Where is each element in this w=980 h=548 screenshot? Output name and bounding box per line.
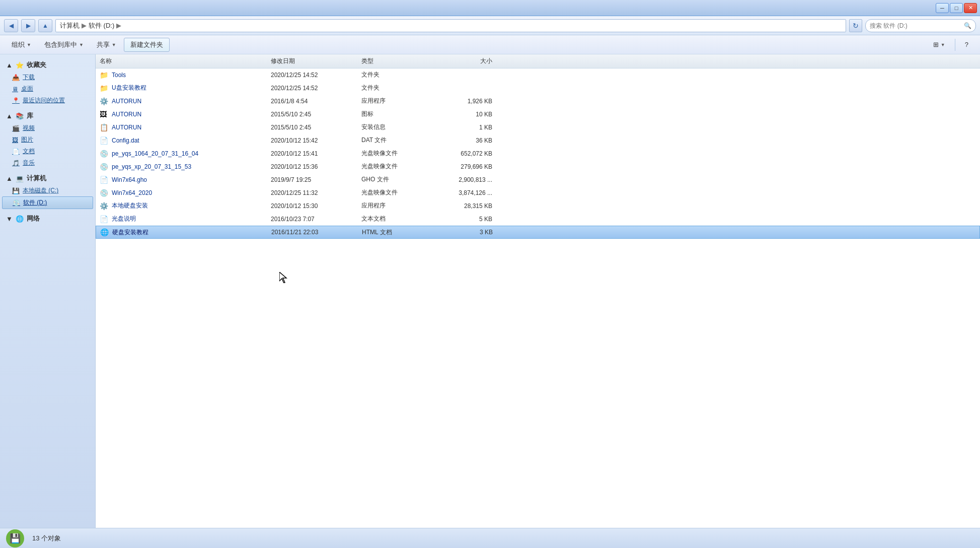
view-button[interactable]: ⊞ ▼ [928,38,951,52]
network-icon: 🌐 [16,215,24,223]
help-button[interactable]: ? [959,38,974,52]
sidebar-section-computer: ▲ 💻 计算机 💾 本地磁盘 (C:) 💿 软件 (D:) [2,172,93,209]
file-icon: 💿 [100,163,110,171]
path-item-drive[interactable]: 软件 (D:) [89,21,114,30]
table-row[interactable]: 📁Tools2020/12/25 14:52文件夹 [96,68,980,82]
favorites-icon: ⭐ [16,61,24,69]
search-box[interactable]: 🔍 [865,19,976,32]
file-name: 硬盘安装教程 [112,228,271,237]
search-icon: 🔍 [964,22,971,29]
file-icon: 📋 [100,123,110,131]
sidebar-header-favorites[interactable]: ▲ ⭐ 收藏夹 [2,58,93,72]
sidebar-item-local-c[interactable]: 💾 本地磁盘 (C:) [2,185,93,196]
table-row[interactable]: 📋AUTORUN2015/5/10 2:45安装信息1 KB [96,121,980,134]
table-row[interactable]: 💿pe_yqs_xp_20_07_31_15_532020/10/12 15:3… [96,160,980,173]
sidebar-section-library: ▲ 📚 库 🎬 视频 🖼 图片 📄 文档 🎵 音乐 [2,109,93,169]
file-icon: 💿 [100,150,110,158]
view-arrow: ▼ [941,42,945,47]
table-row[interactable]: 📄Config.dat2020/10/12 15:42DAT 文件36 KB [96,134,980,147]
sidebar-item-recent[interactable]: 📍 最近访问的位置 [2,95,93,106]
drive-d-icon: 💿 [13,199,20,207]
library-icon: 📚 [16,112,24,120]
file-size: 28,315 KB [432,202,492,210]
help-icon: ? [965,41,968,48]
file-name: Win7x64_2020 [112,189,271,196]
address-path[interactable]: 计算机 ▶ 软件 (D:) ▶ [55,19,846,32]
file-icon: 📁 [100,84,110,92]
file-date: 2020/10/12 15:30 [271,202,361,210]
file-icon: 📄 [100,136,110,145]
sidebar-header-computer[interactable]: ▲ 💻 计算机 [2,172,93,185]
up-button[interactable]: ▲ [38,19,52,32]
status-bar: 💾 13 个对象 [0,528,980,548]
status-app-icon: 💾 [6,529,24,547]
sidebar-header-network[interactable]: ▼ 🌐 网络 [2,212,93,225]
file-size: 1 KB [432,124,492,131]
table-row[interactable]: 📄Win7x64.gho2019/9/7 19:25GHO 文件2,900,81… [96,173,980,186]
column-name[interactable]: 名称 [100,57,271,65]
path-separator-1: ▶ [82,22,87,29]
address-bar: ◀ ▶ ▲ 计算机 ▶ 软件 (D:) ▶ ↻ 🔍 [0,16,980,35]
favorites-label: 收藏夹 [27,60,46,70]
file-size: 3 KB [432,229,493,236]
minimize-button[interactable]: ─ [936,3,949,13]
share-arrow: ▼ [112,42,116,47]
file-date: 2019/9/7 19:25 [271,176,361,183]
file-icon: ⚙️ [100,202,110,210]
sidebar-header-library[interactable]: ▲ 📚 库 [2,109,93,122]
sidebar-item-video[interactable]: 🎬 视频 [2,122,93,134]
file-icon: 💿 [100,189,110,197]
document-icon: 📄 [12,148,20,155]
organize-button[interactable]: 组织 ▼ [6,38,37,52]
include-library-arrow: ▼ [79,42,84,47]
file-icon: 📄 [100,215,110,223]
table-row[interactable]: 💿Win7x64_20202020/12/25 11:32光盘映像文件3,874… [96,186,980,199]
include-library-button[interactable]: 包含到库中 ▼ [39,38,89,52]
sidebar: ▲ ⭐ 收藏夹 📥 下载 🖥 桌面 📍 最近访问的位置 ▲ 📚 库 [0,54,96,528]
file-name: Win7x64.gho [112,176,271,183]
include-library-label: 包含到库中 [44,40,77,49]
sidebar-item-document[interactable]: 📄 文档 [2,146,93,157]
refresh-button[interactable]: ↻ [849,19,862,32]
close-button[interactable]: ✕ [964,3,977,13]
table-row[interactable]: 🖼AUTORUN2015/5/10 2:45图标10 KB [96,108,980,121]
file-area: 名称 修改日期 类型 大小 📁Tools2020/12/25 14:52文件夹📁… [96,54,980,528]
music-icon: 🎵 [12,160,20,167]
search-input[interactable] [870,22,962,29]
maximize-button[interactable]: □ [950,3,963,13]
table-row[interactable]: ⚙️本地硬盘安装2020/10/12 15:30应用程序28,315 KB [96,199,980,213]
table-row[interactable]: 🌐硬盘安装教程2016/11/21 22:03HTML 文档3 KB [96,226,980,239]
share-button[interactable]: 共享 ▼ [91,38,122,52]
file-icon: 📄 [100,176,110,184]
file-name: AUTORUN [112,111,271,118]
sidebar-section-network: ▼ 🌐 网络 [2,212,93,225]
forward-button[interactable]: ▶ [21,19,35,32]
column-date[interactable]: 修改日期 [271,57,361,65]
file-rows-container: 📁Tools2020/12/25 14:52文件夹📁U盘安装教程2020/12/… [96,68,980,239]
table-row[interactable]: 📁U盘安装教程2020/12/25 14:52文件夹 [96,82,980,95]
toolbar: 组织 ▼ 包含到库中 ▼ 共享 ▼ 新建文件夹 ⊞ ▼ ? [0,35,980,54]
column-size[interactable]: 大小 [432,57,492,65]
new-folder-button[interactable]: 新建文件夹 [124,38,170,52]
path-separator-2: ▶ [116,22,121,29]
sidebar-item-drive-d[interactable]: 💿 软件 (D:) [2,196,93,209]
path-item-computer[interactable]: 计算机 [60,21,80,30]
sidebar-section-favorites: ▲ ⭐ 收藏夹 📥 下载 🖥 桌面 📍 最近访问的位置 [2,58,93,106]
sidebar-item-picture[interactable]: 🖼 图片 [2,134,93,146]
computer-label: 计算机 [27,174,46,183]
sidebar-item-desktop[interactable]: 🖥 桌面 [2,83,93,95]
sidebar-item-download[interactable]: 📥 下载 [2,72,93,83]
table-row[interactable]: 💿pe_yqs_1064_20_07_31_16_042020/10/12 15… [96,147,980,160]
column-type[interactable]: 类型 [361,57,432,65]
file-type: DAT 文件 [361,136,432,145]
file-name: 光盘说明 [112,215,271,223]
file-name: Tools [112,72,271,79]
file-date: 2016/11/21 22:03 [271,229,362,236]
download-icon: 📥 [12,74,20,81]
table-row[interactable]: ⚙️AUTORUN2016/1/8 4:54应用程序1,926 KB [96,95,980,108]
view-icon: ⊞ [933,41,939,48]
file-type: 光盘映像文件 [361,162,432,171]
sidebar-item-music[interactable]: 🎵 音乐 [2,157,93,169]
back-button[interactable]: ◀ [4,19,18,32]
table-row[interactable]: 📄光盘说明2016/10/23 7:07文本文档5 KB [96,213,980,226]
